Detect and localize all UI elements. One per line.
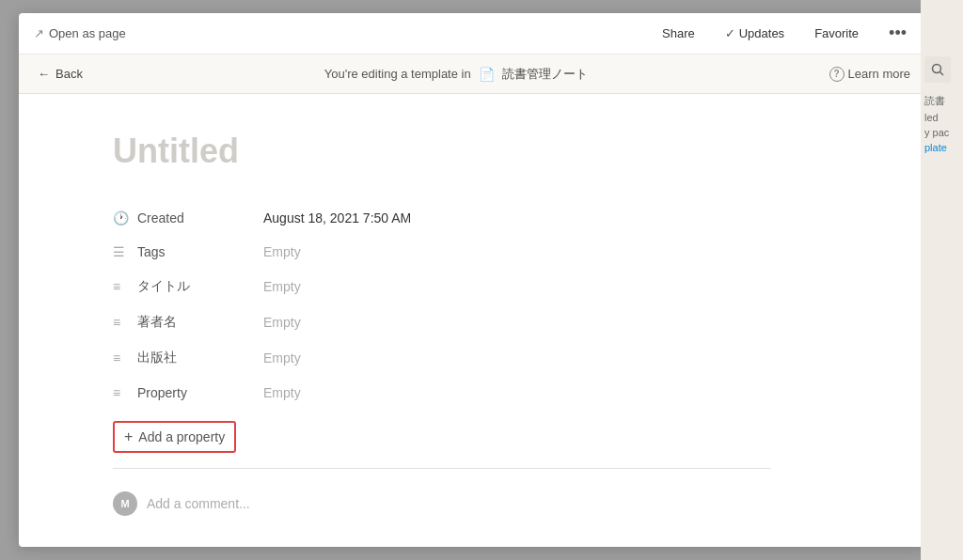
- right-panel-text2: led: [924, 112, 959, 123]
- list-icon-title: ≡: [113, 279, 130, 294]
- list-icon-publisher: ≡: [113, 350, 130, 366]
- comment-area: M Add a comment...: [113, 484, 771, 523]
- property-label-title-jp: ≡ タイトル: [113, 278, 263, 295]
- main-panel: ↗ Open as page Share ✓ Updates Favorite …: [19, 13, 929, 547]
- property-value-publisher[interactable]: Empty: [263, 350, 771, 366]
- help-icon: ?: [829, 67, 845, 82]
- top-bar: ↗ Open as page Share ✓ Updates Favorite …: [19, 13, 929, 54]
- property-label-publisher: ≡ 出版社: [113, 350, 263, 366]
- add-property-button[interactable]: + Add a property: [113, 421, 236, 453]
- comment-input[interactable]: Add a comment...: [147, 496, 250, 511]
- right-panel-text3: y pac: [924, 127, 959, 138]
- share-button[interactable]: Share: [655, 23, 703, 44]
- properties-table: 🕐 Created August 18, 2021 7:50 AM ☰ Tags…: [113, 201, 771, 523]
- avatar: M: [113, 491, 137, 516]
- property-value-author[interactable]: Empty: [263, 315, 771, 330]
- property-label-property: ≡ Property: [113, 385, 263, 400]
- right-panel: 読書 led y pac plate: [921, 0, 963, 560]
- list-icon-property: ≡: [113, 385, 130, 400]
- property-row-author: ≡ 著者名 Empty: [113, 304, 771, 340]
- back-arrow-icon: ←: [38, 67, 50, 81]
- notebook-icon: 📄: [479, 67, 495, 82]
- svg-point-0: [933, 65, 941, 73]
- property-row-created: 🕐 Created August 18, 2021 7:50 AM: [113, 201, 771, 235]
- updates-button[interactable]: ✓ Updates: [718, 23, 792, 44]
- right-panel-text1: 読書: [924, 94, 959, 108]
- top-bar-right: Share ✓ Updates Favorite •••: [655, 20, 914, 47]
- template-bar: ← Back You're editing a template in 📄 読書…: [19, 54, 929, 94]
- list-icon-tags: ☰: [113, 244, 130, 259]
- property-row-title-jp: ≡ タイトル Empty: [113, 269, 771, 304]
- favorite-button[interactable]: Favorite: [807, 23, 866, 44]
- page-wrapper: ↗ Open as page Share ✓ Updates Favorite …: [0, 0, 963, 560]
- notebook-name: 読書管理ノート: [502, 66, 588, 83]
- property-row-property: ≡ Property Empty: [113, 376, 771, 410]
- right-panel-link[interactable]: plate: [924, 142, 959, 153]
- property-label-tags: ☰ Tags: [113, 244, 263, 259]
- back-button[interactable]: ← Back: [38, 67, 83, 81]
- property-value-property[interactable]: Empty: [263, 385, 771, 400]
- open-as-page-button[interactable]: ↗ Open as page: [34, 26, 126, 40]
- more-options-button[interactable]: •••: [881, 20, 914, 47]
- property-label-author: ≡ 著者名: [113, 314, 263, 331]
- property-value-tags[interactable]: Empty: [263, 244, 771, 259]
- property-row-publisher: ≡ 出版社 Empty: [113, 340, 771, 376]
- property-value-title-jp[interactable]: Empty: [263, 279, 771, 294]
- top-bar-left: ↗ Open as page: [34, 26, 126, 40]
- plus-icon: +: [124, 428, 133, 445]
- learn-more-button[interactable]: ? Learn more: [829, 67, 910, 82]
- property-row-tags: ☰ Tags Empty: [113, 235, 771, 269]
- content-area: Untitled 🕐 Created August 18, 2021 7:50 …: [19, 94, 929, 547]
- template-info: You're editing a template in 📄 読書管理ノート: [94, 66, 818, 83]
- property-label-created: 🕐 Created: [113, 210, 263, 226]
- open-as-page-label: Open as page: [49, 26, 126, 40]
- search-icon[interactable]: [924, 56, 951, 83]
- property-value-created[interactable]: August 18, 2021 7:50 AM: [263, 210, 771, 226]
- divider: [113, 468, 771, 469]
- svg-line-1: [940, 72, 944, 76]
- check-icon: ✓: [725, 26, 735, 40]
- list-icon-author: ≡: [113, 315, 130, 330]
- add-property-label: Add a property: [138, 429, 225, 444]
- open-as-page-icon: ↗: [34, 26, 44, 40]
- page-title: Untitled: [113, 132, 882, 171]
- clock-icon: 🕐: [113, 210, 130, 226]
